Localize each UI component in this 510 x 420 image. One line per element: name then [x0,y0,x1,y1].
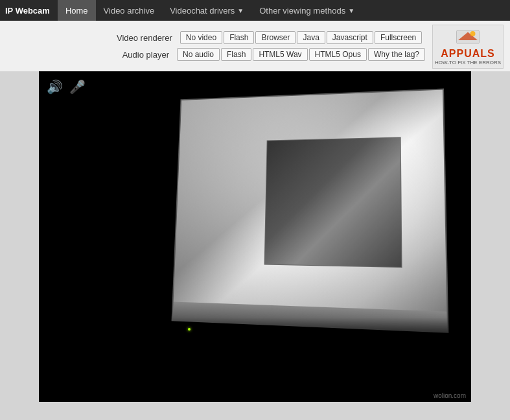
laptop-screen [172,88,449,332]
btn-html5opus-audio[interactable]: HTML5 Opus [309,48,367,61]
video-overlay-icons: 🔊 🎤 [47,79,86,95]
audio-player-buttons: No audio Flash HTML5 Wav HTML5 Opus Why … [177,48,425,61]
screen-content [172,90,447,332]
app-brand: IP Webcam [5,6,50,16]
bottom-ambient [39,318,471,402]
video-renderer-label: Video renderer [88,33,172,43]
chevron-down-icon: ▼ [237,7,244,14]
video-canvas: 🔊 🎤 [39,71,471,402]
btn-browser-video[interactable]: Browser [255,31,296,44]
btn-html5wav-audio[interactable]: HTML5 Wav [253,48,307,61]
audio-player-label: Audio player [85,50,169,60]
indicator-dot [188,328,191,331]
btn-java-video[interactable]: Java [297,31,325,44]
btn-whylag-audio[interactable]: Why the lag? [368,48,425,61]
btn-no-video[interactable]: No video [180,31,222,44]
btn-flash-audio[interactable]: Flash [221,48,251,61]
nav-videochat-drivers[interactable]: Videochat drivers ▼ [162,0,251,21]
navbar: IP Webcam Home Video archive Videochat d… [0,0,510,21]
mic-icon[interactable]: 🎤 [69,79,86,95]
svg-point-2 [470,31,476,36]
logo-icon [455,27,481,47]
logo-sub: HOW-TO FIX THE ERRORS [435,60,501,66]
btn-no-audio[interactable]: No audio [177,48,220,61]
btn-javascript-video[interactable]: Javascript [327,31,373,44]
nav-home[interactable]: Home [58,0,96,21]
controls-area: APPUALS HOW-TO FIX THE ERRORS Video rend… [0,21,510,71]
speaker-icon[interactable]: 🔊 [47,79,63,95]
btn-fullscreen-video[interactable]: Fullscreen [375,31,422,44]
video-renderer-buttons: No video Flash Browser Java Javascript F… [180,31,422,44]
watermark: wolion.com [434,392,466,399]
appuals-logo: APPUALS HOW-TO FIX THE ERRORS [432,25,504,69]
laptop-display [172,88,449,332]
video-feed: 🔊 🎤 wolion.com [39,71,471,402]
nav-other-viewing[interactable]: Other viewing methods ▼ [251,0,362,21]
nav-video-archive[interactable]: Video archive [96,0,163,21]
inner-window [264,137,402,268]
chevron-down-icon: ▼ [348,7,354,14]
logo-text: APPUALS [441,48,494,60]
btn-flash-video[interactable]: Flash [224,31,254,44]
